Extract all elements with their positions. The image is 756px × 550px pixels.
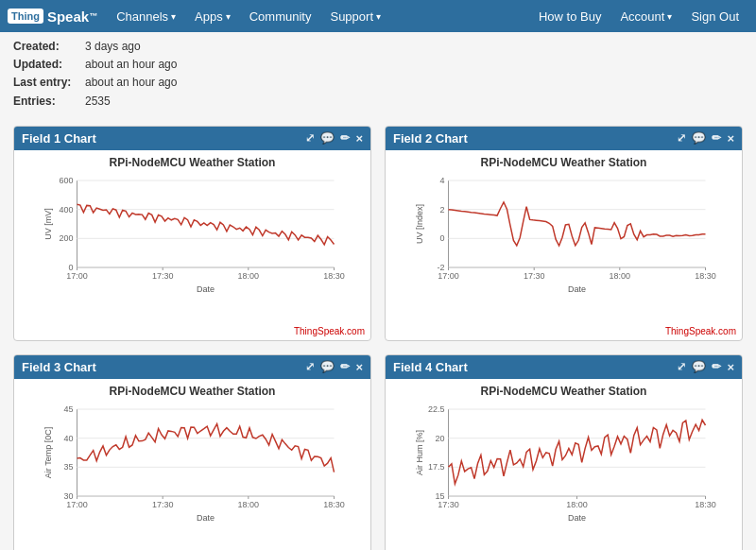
svg-text:600: 600 bbox=[59, 176, 73, 185]
edit-icon-field4[interactable]: ✏ bbox=[712, 360, 721, 373]
nav-right: How to Buy Account ▾ Sign Out bbox=[529, 0, 748, 32]
watermark-field2: ThingSpeak.com bbox=[386, 326, 742, 340]
chart-icons-field4: ⤢ 💬 ✏ × bbox=[677, 360, 734, 374]
nav-channels[interactable]: Channels ▾ bbox=[107, 0, 185, 32]
chart-title-field3: Field 3 Chart bbox=[22, 360, 305, 374]
expand-icon-field4[interactable]: ⤢ bbox=[677, 360, 686, 373]
created-value: 3 days ago bbox=[85, 38, 141, 56]
expand-icon-field3[interactable]: ⤢ bbox=[305, 360, 315, 373]
svg-text:22.5: 22.5 bbox=[428, 404, 445, 414]
close-icon-field1[interactable]: × bbox=[355, 131, 363, 146]
svg-text:17:00: 17:00 bbox=[66, 500, 88, 509]
chart-svg-field2: -2 0 2 4 17:00 17:30 18:00 18:30 UV [Ind… bbox=[393, 171, 734, 322]
brand-icon: Thing bbox=[8, 9, 43, 24]
svg-text:18:30: 18:30 bbox=[695, 500, 716, 509]
chart-subtitle-field3: RPi-NodeMCU Weather Station bbox=[22, 385, 363, 398]
comment-icon-field1[interactable]: 💬 bbox=[320, 131, 335, 145]
entries-value: 2535 bbox=[85, 93, 111, 111]
chart-title-field4: Field 4 Chart bbox=[393, 360, 677, 374]
svg-text:4: 4 bbox=[439, 176, 444, 185]
svg-text:40: 40 bbox=[63, 433, 73, 442]
entries-row: Entries: 2535 bbox=[13, 93, 743, 111]
created-label: Created: bbox=[13, 38, 79, 56]
nav-support[interactable]: Support ▾ bbox=[320, 0, 390, 32]
svg-text:35: 35 bbox=[63, 462, 73, 472]
watermark-field1: ThingSpeak.com bbox=[14, 326, 370, 340]
entries-label: Entries: bbox=[13, 93, 79, 111]
chart-body-field4: RPi-NodeMCU Weather Station 15 17.5 20 2… bbox=[386, 379, 742, 550]
svg-text:17.5: 17.5 bbox=[428, 462, 445, 472]
chart-subtitle-field4: RPi-NodeMCU Weather Station bbox=[393, 385, 734, 398]
chart-header-field3: Field 3 Chart ⤢ 💬 ✏ × bbox=[14, 355, 370, 379]
edit-icon-field1[interactable]: ✏ bbox=[340, 131, 350, 145]
charts-grid: Field 1 Chart ⤢ 💬 ✏ × RPi-NodeMCU Weathe… bbox=[0, 120, 756, 550]
brand-tm: ™ bbox=[89, 11, 97, 21]
account-arrow-icon: ▾ bbox=[667, 11, 672, 22]
chart-header-field1: Field 1 Chart ⤢ 💬 ✏ × bbox=[14, 127, 370, 150]
comment-icon-field2[interactable]: 💬 bbox=[692, 131, 706, 145]
svg-text:18:00: 18:00 bbox=[238, 500, 260, 509]
nav-apps[interactable]: Apps ▾ bbox=[185, 0, 240, 32]
svg-text:Air Temp [0C]: Air Temp [0C] bbox=[43, 427, 53, 478]
expand-icon-field2[interactable]: ⤢ bbox=[677, 131, 686, 145]
created-row: Created: 3 days ago bbox=[13, 38, 743, 56]
svg-text:20: 20 bbox=[435, 433, 444, 442]
svg-text:18:30: 18:30 bbox=[695, 271, 716, 281]
svg-text:Date: Date bbox=[197, 513, 215, 523]
updated-value: about an hour ago bbox=[85, 56, 177, 74]
brand-logo[interactable]: Thing Speak ™ bbox=[8, 9, 97, 25]
navbar: Thing Speak ™ Channels ▾ Apps ▾ Communit… bbox=[0, 0, 756, 32]
svg-text:18:30: 18:30 bbox=[323, 500, 345, 509]
channels-arrow-icon: ▾ bbox=[171, 11, 176, 22]
apps-arrow-icon: ▾ bbox=[226, 11, 231, 22]
chart-svg-field4: 15 17.5 20 22.5 17:30 18:00 18:30 Air Hu… bbox=[393, 400, 734, 550]
support-arrow-icon: ▾ bbox=[376, 11, 381, 22]
svg-text:UV [mV]: UV [mV] bbox=[43, 208, 53, 240]
chart-header-field2: Field 2 Chart ⤢ 💬 ✏ × bbox=[386, 127, 742, 150]
edit-icon-field2[interactable]: ✏ bbox=[712, 131, 721, 145]
svg-text:200: 200 bbox=[59, 233, 73, 243]
svg-text:UV [Index]: UV [Index] bbox=[415, 204, 424, 244]
chart-body-field3: RPi-NodeMCU Weather Station 30 35 40 45 … bbox=[14, 379, 370, 550]
chart-title-field2: Field 2 Chart bbox=[393, 131, 677, 146]
lastentry-value: about an hour ago bbox=[85, 74, 177, 92]
close-icon-field2[interactable]: × bbox=[727, 131, 734, 146]
chart-card-field3: Field 3 Chart ⤢ 💬 ✏ × RPi-NodeMCU Weathe… bbox=[13, 354, 371, 550]
edit-icon-field3[interactable]: ✏ bbox=[340, 360, 350, 373]
svg-text:18:00: 18:00 bbox=[238, 271, 260, 281]
updated-label: Updated: bbox=[13, 56, 79, 74]
lastentry-row: Last entry: about an hour ago bbox=[13, 74, 743, 92]
brand-name: Speak bbox=[47, 9, 89, 25]
nav-community[interactable]: Community bbox=[240, 0, 321, 32]
nav-howtobuy[interactable]: How to Buy bbox=[529, 0, 610, 32]
comment-icon-field4[interactable]: 💬 bbox=[692, 360, 706, 373]
close-icon-field4[interactable]: × bbox=[727, 360, 734, 374]
chart-subtitle-field2: RPi-NodeMCU Weather Station bbox=[393, 156, 734, 169]
svg-text:17:00: 17:00 bbox=[66, 271, 88, 281]
chart-svg-field1: 0 200 400 600 17:00 17:30 18:00 18:30 UV… bbox=[22, 171, 363, 322]
chart-card-field4: Field 4 Chart ⤢ 💬 ✏ × RPi-NodeMCU Weathe… bbox=[385, 354, 743, 550]
expand-icon-field1[interactable]: ⤢ bbox=[305, 131, 315, 145]
svg-text:17:30: 17:30 bbox=[152, 271, 174, 281]
chart-body-field1: RPi-NodeMCU Weather Station 0 200 400 60… bbox=[14, 150, 370, 326]
comment-icon-field3[interactable]: 💬 bbox=[320, 360, 335, 373]
svg-text:Date: Date bbox=[568, 513, 586, 523]
chart-card-field1: Field 1 Chart ⤢ 💬 ✏ × RPi-NodeMCU Weathe… bbox=[13, 126, 371, 341]
chart-icons-field1: ⤢ 💬 ✏ × bbox=[305, 131, 363, 146]
updated-row: Updated: about an hour ago bbox=[13, 56, 743, 74]
channel-info: Created: 3 days ago Updated: about an ho… bbox=[0, 32, 756, 120]
nav-account[interactable]: Account ▾ bbox=[610, 0, 681, 32]
svg-text:0: 0 bbox=[439, 233, 444, 243]
svg-text:Date: Date bbox=[568, 284, 586, 294]
svg-text:17:30: 17:30 bbox=[152, 500, 174, 509]
chart-title-field1: Field 1 Chart bbox=[22, 131, 305, 146]
close-icon-field3[interactable]: × bbox=[355, 360, 363, 374]
lastentry-label: Last entry: bbox=[13, 74, 79, 92]
svg-text:17:30: 17:30 bbox=[438, 500, 459, 509]
chart-icons-field2: ⤢ 💬 ✏ × bbox=[677, 131, 734, 146]
nav-signout[interactable]: Sign Out bbox=[681, 0, 748, 32]
chart-icons-field3: ⤢ 💬 ✏ × bbox=[305, 360, 363, 374]
svg-text:17:30: 17:30 bbox=[524, 271, 545, 281]
svg-text:17:00: 17:00 bbox=[438, 271, 459, 281]
svg-text:Air Hum [%]: Air Hum [%] bbox=[415, 430, 424, 475]
